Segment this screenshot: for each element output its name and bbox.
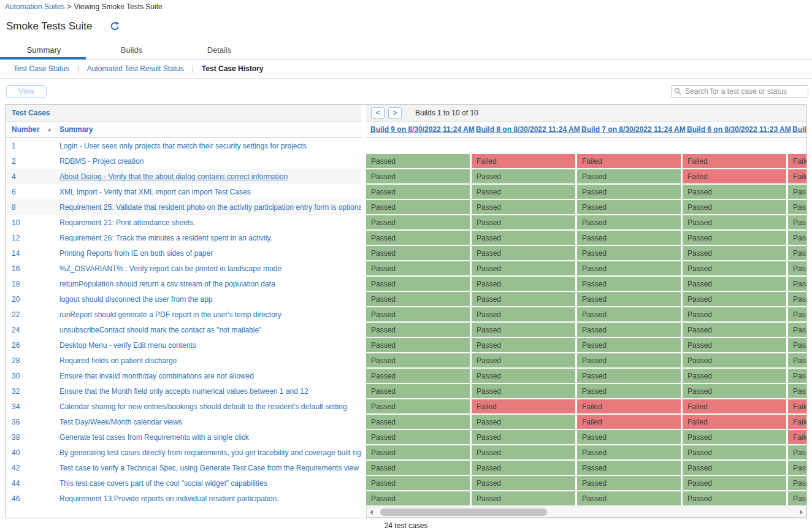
test-case-number-link[interactable]: 38 bbox=[6, 433, 59, 442]
test-case-number-link[interactable]: 16 bbox=[6, 264, 59, 273]
test-case-summary-link[interactable]: %Z_OSVARIANT% : Verify report can be pri… bbox=[59, 264, 361, 273]
test-case-summary-link[interactable]: Required fields on patient discharge bbox=[59, 356, 361, 365]
test-case-number-link[interactable]: 34 bbox=[6, 402, 59, 411]
table-row[interactable]: 2RDBMS - Project creation bbox=[6, 153, 361, 169]
build-column-link[interactable]: Build 7 on 8/30/2022 11:24 AM bbox=[581, 125, 686, 134]
test-case-number-link[interactable]: 26 bbox=[6, 341, 59, 350]
test-case-number-link[interactable]: 20 bbox=[6, 295, 59, 304]
test-case-number-link[interactable]: 40 bbox=[6, 448, 59, 457]
test-case-number-link[interactable]: 10 bbox=[6, 218, 59, 227]
next-builds-button[interactable]: > bbox=[388, 107, 402, 119]
table-row[interactable]: 44This test case covers part of the cool… bbox=[6, 475, 361, 491]
test-case-summary-link[interactable]: Desktop Menu - verify Edit menu contents bbox=[59, 341, 361, 350]
table-row[interactable]: 36Test Day/Week/Month calendar views bbox=[6, 414, 361, 429]
test-case-summary-link[interactable]: By generating test cases directly from r… bbox=[59, 448, 361, 457]
test-case-summary-link[interactable]: logout should disconnect the user from t… bbox=[59, 295, 361, 304]
test-case-number-link[interactable]: 36 bbox=[6, 418, 59, 426]
tab-summary[interactable]: Summary bbox=[0, 43, 88, 59]
table-row[interactable]: 12Requirement 26: Track the minutes a re… bbox=[6, 230, 361, 245]
table-row[interactable]: 40By generating test cases directly from… bbox=[6, 445, 361, 460]
test-case-summary-link[interactable]: runReport should generate a PDF report i… bbox=[59, 310, 361, 319]
scrollbar-thumb[interactable] bbox=[380, 509, 547, 516]
test-case-summary-link[interactable]: Requirement 21: Print attendance sheets. bbox=[59, 218, 361, 227]
test-case-number-link[interactable]: 24 bbox=[6, 326, 59, 334]
test-case-summary-link[interactable]: Generate test cases from Requirements wi… bbox=[59, 433, 361, 442]
test-case-number-link[interactable]: 2 bbox=[6, 157, 59, 166]
scroll-left-arrow-icon[interactable] bbox=[370, 510, 373, 515]
build-column-link[interactable]: Build 9 on 8/30/2022 11:24 AM bbox=[370, 125, 475, 134]
test-case-number-link[interactable]: 46 bbox=[6, 494, 59, 503]
table-row[interactable]: 20logout should disconnect the user from… bbox=[6, 291, 361, 307]
table-row[interactable]: 34Calendar sharing for new entries/booki… bbox=[6, 399, 361, 414]
test-case-summary-link[interactable]: XML Import - Verify that XML import can … bbox=[59, 188, 361, 196]
table-row[interactable]: 28Required fields on patient discharge bbox=[6, 353, 361, 368]
number-column-header[interactable]: Number ▲ bbox=[6, 125, 59, 134]
table-row[interactable]: 14Printing Reports from IE on both sides… bbox=[6, 245, 361, 261]
test-case-number-link[interactable]: 30 bbox=[6, 372, 59, 380]
table-row[interactable]: 26Desktop Menu - verify Edit menu conten… bbox=[6, 337, 361, 353]
table-row[interactable]: 6XML Import - Verify that XML import can… bbox=[6, 184, 361, 199]
build-column-link[interactable]: Build 8 on 8/30/2022 11:24 AM bbox=[476, 125, 580, 134]
test-case-number-link[interactable]: 4 bbox=[6, 172, 59, 181]
test-case-summary-link[interactable]: Requirement 13:Provide reports on indivi… bbox=[59, 494, 361, 503]
test-case-summary-link[interactable]: Login - User sees only projects that mat… bbox=[59, 142, 361, 150]
scroll-right-arrow-icon[interactable] bbox=[800, 510, 803, 515]
test-case-summary-link[interactable]: Ensure that invalid month/day combinatio… bbox=[59, 372, 361, 380]
test-case-summary-link[interactable]: Printing Reports from IE on both sides o… bbox=[59, 249, 361, 258]
table-row[interactable]: 22runReport should generate a PDF report… bbox=[6, 307, 361, 322]
summary-column-header[interactable]: Summary bbox=[59, 125, 361, 134]
table-row[interactable]: 18returnPopulation should return a csv s… bbox=[6, 276, 361, 291]
status-cell: Passed bbox=[366, 246, 470, 260]
table-row[interactable]: 24unsubscribeContact should mark the con… bbox=[6, 322, 361, 337]
test-case-summary-link[interactable]: This test case covers part of the cool "… bbox=[59, 479, 361, 488]
test-case-summary-link[interactable]: Requirement 25: Validate that resident p… bbox=[59, 203, 361, 212]
table-row[interactable]: 4About Dialog - Verify that the about di… bbox=[6, 169, 361, 184]
test-case-summary-link[interactable]: Calendar sharing for new entries/booking… bbox=[59, 402, 361, 411]
test-case-summary-link[interactable]: Test case to verify a Technical Spec, us… bbox=[59, 464, 361, 472]
status-cell: Passed bbox=[366, 338, 470, 352]
tab-builds[interactable]: Builds bbox=[88, 43, 175, 59]
status-cell: Passed bbox=[683, 384, 786, 398]
status-cell: Passed bbox=[472, 476, 575, 490]
table-row[interactable]: 42Test case to verify a Technical Spec, … bbox=[6, 460, 361, 475]
build-column-link[interactable]: Build 5 on 8/30/2022 11:23 AM bbox=[792, 125, 806, 134]
table-row[interactable]: 46Requirement 13:Provide reports on indi… bbox=[6, 491, 361, 506]
test-case-summary-link[interactable]: Ensure that the Month field only accepts… bbox=[59, 387, 361, 396]
subtab-automated-test-result-status[interactable]: Automated Test Result Status bbox=[87, 64, 184, 73]
horizontal-scrollbar[interactable] bbox=[366, 507, 806, 518]
test-case-number-link[interactable]: 28 bbox=[6, 356, 59, 365]
test-case-number-link[interactable]: 14 bbox=[6, 249, 59, 258]
build-column-link[interactable]: Build 6 on 8/30/2022 11:23 AM bbox=[687, 125, 791, 134]
test-case-summary-link[interactable]: RDBMS - Project creation bbox=[59, 157, 361, 166]
subtab-test-case-history[interactable]: Test Case History bbox=[202, 64, 263, 73]
test-case-number-link[interactable]: 8 bbox=[6, 203, 59, 212]
test-case-number-link[interactable]: 18 bbox=[6, 280, 59, 288]
table-row[interactable]: 32Ensure that the Month field only accep… bbox=[6, 383, 361, 399]
test-case-number-link[interactable]: 42 bbox=[6, 464, 59, 472]
test-case-summary-link[interactable]: Requirement 26: Track the minutes a resi… bbox=[59, 234, 361, 242]
table-row[interactable]: 30Ensure that invalid month/day combinat… bbox=[6, 368, 361, 383]
previous-builds-button[interactable]: < bbox=[371, 107, 385, 119]
test-case-summary-link[interactable]: returnPopulation should return a csv str… bbox=[59, 280, 361, 288]
table-row[interactable]: 16%Z_OSVARIANT% : Verify report can be p… bbox=[6, 261, 361, 276]
tab-details[interactable]: Details bbox=[175, 43, 263, 59]
test-case-summary-link[interactable]: About Dialog - Verify that the about dia… bbox=[59, 172, 361, 181]
view-button[interactable]: View bbox=[6, 85, 47, 98]
test-case-summary-link[interactable]: Test Day/Week/Month calendar views bbox=[59, 418, 361, 426]
table-row[interactable]: 8Requirement 25: Validate that resident … bbox=[6, 199, 361, 215]
pane-divider bbox=[361, 105, 366, 518]
test-case-number-link[interactable]: 1 bbox=[6, 142, 59, 150]
test-case-number-link[interactable]: 6 bbox=[6, 188, 59, 196]
subtab-test-case-status[interactable]: Test Case Status bbox=[13, 64, 69, 73]
test-case-number-link[interactable]: 44 bbox=[6, 479, 59, 488]
search-input[interactable] bbox=[684, 86, 805, 96]
table-row[interactable]: 10Requirement 21: Print attendance sheet… bbox=[6, 215, 361, 230]
refresh-button[interactable] bbox=[109, 21, 120, 32]
test-case-number-link[interactable]: 32 bbox=[6, 387, 59, 396]
test-case-number-link[interactable]: 22 bbox=[6, 310, 59, 319]
test-case-summary-link[interactable]: unsubscribeContact should mark the conta… bbox=[59, 326, 361, 334]
table-row[interactable]: 1Login - User sees only projects that ma… bbox=[6, 138, 361, 153]
breadcrumb-link-automation-suites[interactable]: Automation Suites bbox=[5, 2, 64, 11]
test-case-number-link[interactable]: 12 bbox=[6, 234, 59, 242]
table-row[interactable]: 38Generate test cases from Requirements … bbox=[6, 429, 361, 445]
